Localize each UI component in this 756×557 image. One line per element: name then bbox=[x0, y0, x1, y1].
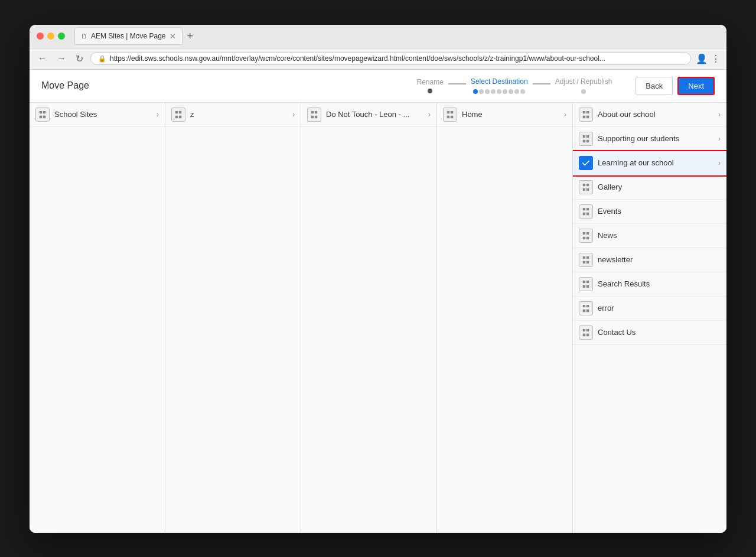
list-item[interactable]: Events bbox=[573, 200, 726, 224]
page-icon bbox=[579, 325, 593, 340]
browser-window: 🗋 AEM Sites | Move Page ✕ + ← → ↻ 🔒 http… bbox=[30, 25, 726, 533]
svg-rect-48 bbox=[583, 328, 585, 331]
back-button[interactable]: Back bbox=[636, 77, 673, 95]
list-item-selected[interactable]: Learning at our school › bbox=[573, 151, 726, 175]
app-content: Move Page Rename Select Destination bbox=[30, 70, 726, 533]
svg-rect-47 bbox=[586, 309, 589, 311]
browser-column-5: About our school › Supporting our studen… bbox=[573, 103, 726, 533]
chevron-right-icon: › bbox=[292, 110, 295, 119]
page-icon bbox=[579, 277, 593, 291]
svg-rect-29 bbox=[586, 207, 589, 210]
svg-rect-11 bbox=[315, 115, 317, 118]
back-nav-button[interactable]: ← bbox=[35, 52, 50, 65]
page-icon bbox=[35, 108, 50, 122]
reload-button[interactable]: ↻ bbox=[73, 52, 86, 66]
tab-close-icon[interactable]: ✕ bbox=[170, 32, 176, 41]
item-label: error bbox=[598, 304, 721, 312]
browser-column-3: Do Not Touch - Leon - ... › bbox=[301, 103, 437, 533]
column-browser: School Sites › z › bbox=[30, 103, 726, 533]
address-input[interactable]: 🔒 https://edit.sws.schools.nsw.gov.au/mn… bbox=[90, 52, 691, 65]
list-item[interactable]: Gallery bbox=[573, 175, 726, 200]
list-item[interactable]: Contact Us bbox=[573, 321, 726, 345]
page-icon bbox=[579, 204, 593, 219]
item-label: News bbox=[598, 231, 721, 240]
svg-rect-44 bbox=[583, 304, 585, 307]
item-label: About our school bbox=[598, 110, 713, 119]
menu-button[interactable]: ⋮ bbox=[711, 53, 721, 64]
item-label: Supporting our students bbox=[598, 134, 713, 143]
step-select-dot9 bbox=[520, 89, 525, 94]
list-item[interactable]: School Sites › bbox=[30, 103, 165, 127]
close-button[interactable] bbox=[37, 32, 44, 40]
tab-page-icon: 🗋 bbox=[81, 32, 87, 40]
svg-rect-23 bbox=[586, 139, 589, 142]
svg-rect-46 bbox=[583, 309, 585, 311]
step-select-dot8 bbox=[514, 89, 519, 94]
wizard-step-rename: Rename bbox=[412, 78, 448, 93]
item-label: School Sites bbox=[54, 110, 152, 119]
svg-rect-34 bbox=[583, 236, 585, 239]
chevron-right-icon: › bbox=[718, 110, 721, 119]
svg-rect-40 bbox=[583, 280, 585, 282]
page-icon bbox=[579, 108, 593, 122]
step-rename-label: Rename bbox=[417, 78, 444, 86]
active-tab[interactable]: 🗋 AEM Sites | Move Page ✕ bbox=[74, 27, 183, 45]
chevron-right-icon: › bbox=[564, 110, 566, 119]
list-item[interactable]: Home › bbox=[437, 103, 572, 127]
step-select-dot4 bbox=[491, 89, 496, 94]
svg-rect-21 bbox=[586, 135, 589, 137]
item-label: Learning at our school bbox=[598, 158, 713, 167]
next-button[interactable]: Next bbox=[677, 77, 715, 95]
svg-rect-36 bbox=[583, 256, 585, 258]
svg-rect-24 bbox=[583, 183, 585, 185]
item-label: Home bbox=[462, 110, 559, 119]
list-item[interactable]: About our school › bbox=[573, 103, 726, 127]
svg-rect-45 bbox=[586, 304, 589, 307]
list-item[interactable]: newsletter bbox=[573, 248, 726, 272]
list-item[interactable]: Do Not Touch - Leon - ... › bbox=[301, 103, 436, 127]
svg-rect-17 bbox=[586, 110, 589, 113]
svg-rect-51 bbox=[586, 333, 589, 335]
svg-rect-35 bbox=[586, 236, 589, 239]
browser-column-2: z › bbox=[165, 103, 301, 533]
wizard-step-select: Select Destination bbox=[466, 77, 533, 94]
wizard-step-adjust: Adjust / Republish bbox=[550, 77, 617, 94]
svg-rect-2 bbox=[40, 115, 42, 118]
step-select-dot1 bbox=[473, 89, 478, 94]
svg-rect-33 bbox=[586, 232, 589, 234]
list-item[interactable]: Search Results bbox=[573, 272, 726, 297]
step-select-dot2 bbox=[479, 89, 484, 94]
traffic-lights bbox=[37, 32, 65, 40]
profile-button[interactable]: 👤 bbox=[696, 53, 708, 64]
lock-icon: 🔒 bbox=[98, 55, 106, 63]
url-text: https://edit.sws.schools.nsw.gov.au/mnt/… bbox=[110, 54, 605, 63]
svg-rect-19 bbox=[586, 115, 589, 118]
list-item[interactable]: Supporting our students › bbox=[573, 127, 726, 151]
svg-rect-28 bbox=[583, 207, 585, 210]
maximize-button[interactable] bbox=[58, 32, 65, 40]
new-tab-button[interactable]: + bbox=[185, 28, 196, 45]
forward-nav-button[interactable]: → bbox=[54, 52, 69, 65]
svg-rect-12 bbox=[447, 110, 449, 113]
svg-rect-27 bbox=[586, 188, 589, 190]
svg-rect-8 bbox=[311, 110, 314, 113]
svg-rect-39 bbox=[586, 260, 589, 263]
svg-rect-43 bbox=[586, 285, 589, 287]
item-label: Gallery bbox=[598, 183, 721, 191]
minimize-button[interactable] bbox=[47, 32, 54, 40]
svg-rect-20 bbox=[583, 135, 585, 137]
page-icon bbox=[579, 132, 593, 146]
list-item[interactable]: z › bbox=[165, 103, 301, 127]
check-selected-icon bbox=[579, 156, 593, 170]
item-label: z bbox=[190, 110, 288, 119]
address-bar: ← → ↻ 🔒 https://edit.sws.schools.nsw.gov… bbox=[30, 48, 726, 70]
svg-rect-26 bbox=[583, 188, 585, 190]
step-rename-dot bbox=[428, 89, 432, 93]
svg-rect-13 bbox=[451, 110, 453, 113]
list-item[interactable]: News bbox=[573, 224, 726, 248]
chevron-right-icon: › bbox=[428, 110, 431, 119]
list-item[interactable]: error bbox=[573, 297, 726, 321]
step-select-dot3 bbox=[485, 89, 490, 94]
chevron-right-icon: › bbox=[718, 159, 721, 167]
step-select-dot6 bbox=[503, 89, 507, 94]
